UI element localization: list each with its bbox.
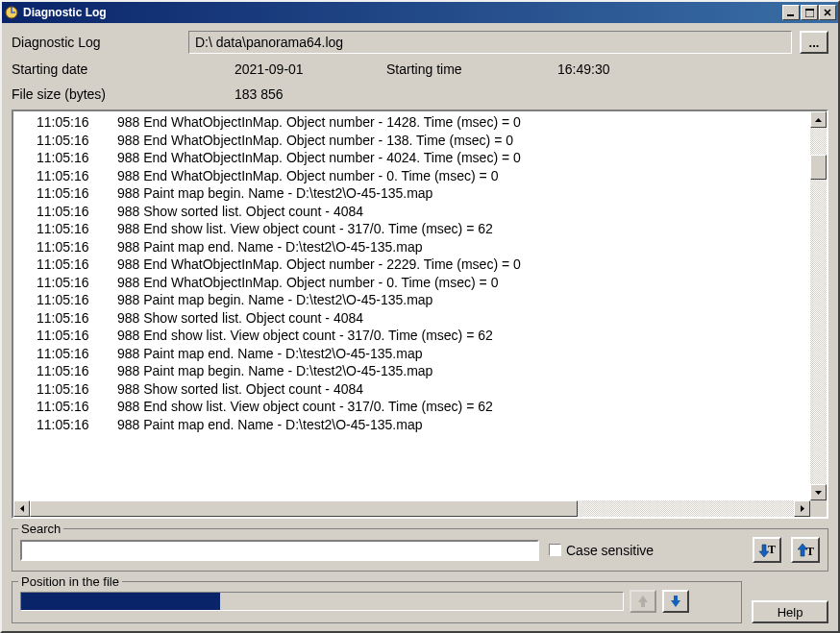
scroll-up-button[interactable] [810, 111, 827, 128]
log-message: 988 Paint map end. Name - D:\test2\O-45-… [117, 416, 423, 434]
log-time: 11:05:16 [37, 380, 117, 399]
close-button[interactable] [819, 5, 836, 20]
page-up-button[interactable] [630, 590, 656, 613]
hscroll-thumb[interactable] [30, 500, 578, 517]
log-time: 11:05:16 [37, 327, 117, 345]
log-time: 11:05:16 [37, 132, 117, 150]
diagnostic-log-label: Diagnostic Log [12, 35, 181, 50]
page-down-button[interactable] [662, 590, 689, 613]
log-line[interactable]: 11:05:16988 Paint map end. Name - D:\tes… [37, 345, 810, 363]
log-time: 11:05:16 [37, 291, 117, 309]
log-time: 11:05:16 [37, 256, 117, 274]
log-time: 11:05:16 [37, 184, 117, 203]
starting-date-label: Starting date [12, 61, 235, 77]
log-line[interactable]: 11:05:16988 End WhatObjectInMap. Object … [37, 256, 810, 274]
window-title: Diagnostic Log [23, 6, 782, 19]
svg-rect-1 [787, 14, 794, 16]
position-bar[interactable] [20, 592, 624, 611]
scroll-left-button[interactable] [13, 500, 30, 517]
vertical-scrollbar[interactable] [810, 111, 827, 500]
case-sensitive-label: Case sensitive [566, 543, 654, 558]
scroll-right-button[interactable] [794, 500, 810, 517]
horizontal-scrollbar[interactable] [13, 500, 827, 517]
log-message: 988 Show sorted list. Object count - 408… [117, 203, 363, 221]
log-time: 11:05:16 [37, 309, 117, 328]
log-message: 988 End show list. View object count - 3… [117, 327, 493, 345]
maximize-button[interactable] [801, 5, 818, 20]
log-message: 988 End WhatObjectInMap. Object number -… [117, 132, 513, 150]
log-line[interactable]: 11:05:16988 End show list. View object c… [37, 398, 810, 416]
log-message: 988 Paint map end. Name - D:\test2\O-45-… [117, 345, 423, 363]
log-content[interactable]: 11:05:16988 End WhatObjectInMap. Object … [13, 111, 810, 500]
position-group: Position in the file [12, 581, 742, 623]
starting-time-label: Starting time [386, 61, 557, 77]
help-button[interactable]: Help [752, 600, 828, 623]
log-message: 988 Paint map begin. Name - D:\test2\O-4… [117, 362, 432, 380]
log-message: 988 Paint map end. Name - D:\test2\O-45-… [117, 238, 423, 256]
log-message: 988 End WhatObjectInMap. Object number -… [117, 274, 498, 292]
log-path-input[interactable]: D:\ data\panorama64.log [188, 31, 792, 54]
log-line[interactable]: 11:05:16988 Paint map begin. Name - D:\t… [37, 184, 810, 203]
vscroll-track[interactable] [810, 128, 827, 484]
scroll-corner [810, 500, 827, 517]
file-size-label: File size (bytes) [12, 86, 235, 102]
log-time: 11:05:16 [37, 203, 117, 221]
log-line[interactable]: 11:05:16988 Show sorted list. Object cou… [37, 203, 810, 221]
log-line[interactable]: 11:05:16988 Paint map end. Name - D:\tes… [37, 416, 810, 434]
log-message: 988 End WhatObjectInMap. Object number -… [117, 167, 498, 185]
titlebar[interactable]: Diagnostic Log [2, 2, 838, 23]
log-message: 988 Paint map begin. Name - D:\test2\O-4… [117, 184, 432, 203]
log-time: 11:05:16 [37, 362, 117, 380]
log-viewer[interactable]: 11:05:16988 End WhatObjectInMap. Object … [12, 110, 828, 519]
search-legend: Search [18, 522, 63, 536]
log-time: 11:05:16 [37, 345, 117, 363]
log-line[interactable]: 11:05:16988 End WhatObjectInMap. Object … [37, 167, 810, 185]
svg-rect-3 [805, 9, 814, 11]
scroll-down-button[interactable] [810, 484, 827, 500]
log-line[interactable]: 11:05:16988 End WhatObjectInMap. Object … [37, 113, 810, 132]
log-time: 11:05:16 [37, 220, 117, 238]
log-line[interactable]: 11:05:16988 End show list. View object c… [37, 220, 810, 238]
starting-time-value: 16:49:30 [557, 61, 610, 77]
position-fill [21, 593, 220, 610]
log-line[interactable]: 11:05:16988 End show list. View object c… [37, 327, 810, 345]
log-time: 11:05:16 [37, 238, 117, 256]
log-line[interactable]: 11:05:16988 Show sorted list. Object cou… [37, 309, 810, 328]
search-down-button[interactable]: T [753, 537, 781, 563]
log-message: 988 End WhatObjectInMap. Object number -… [117, 149, 521, 167]
log-message: 988 End WhatObjectInMap. Object number -… [117, 113, 521, 132]
file-size-value: 183 856 [235, 86, 284, 102]
log-message: 988 End WhatObjectInMap. Object number -… [117, 256, 521, 274]
log-time: 11:05:16 [37, 149, 117, 167]
search-input[interactable] [20, 540, 539, 561]
svg-text:T: T [806, 545, 814, 558]
log-message: 988 Paint map begin. Name - D:\test2\O-4… [117, 291, 432, 309]
app-icon [4, 5, 19, 20]
svg-text:T: T [768, 543, 776, 556]
log-line[interactable]: 11:05:16988 Paint map begin. Name - D:\t… [37, 362, 810, 380]
search-up-button[interactable]: T [791, 537, 820, 563]
minimize-button[interactable] [782, 5, 800, 20]
log-time: 11:05:16 [37, 398, 117, 416]
starting-date-value: 2021-09-01 [235, 61, 386, 77]
log-time: 11:05:16 [37, 274, 117, 292]
log-message: 988 End show list. View object count - 3… [117, 220, 493, 238]
log-line[interactable]: 11:05:16988 End WhatObjectInMap. Object … [37, 132, 810, 150]
log-message: 988 Show sorted list. Object count - 408… [117, 380, 363, 399]
log-message: 988 Show sorted list. Object count - 408… [117, 309, 363, 328]
search-group: Search Case sensitive T T [12, 528, 828, 572]
log-line[interactable]: 11:05:16988 End WhatObjectInMap. Object … [37, 149, 810, 167]
log-line[interactable]: 11:05:16988 Paint map begin. Name - D:\t… [37, 291, 810, 309]
log-line[interactable]: 11:05:16988 Paint map end. Name - D:\tes… [37, 238, 810, 256]
case-sensitive-checkbox[interactable] [549, 544, 561, 556]
position-legend: Position in the file [18, 574, 122, 589]
hscroll-track[interactable] [30, 500, 794, 517]
vscroll-thumb[interactable] [810, 155, 827, 180]
browse-button[interactable]: ... [800, 31, 828, 54]
log-line[interactable]: 11:05:16988 End WhatObjectInMap. Object … [37, 274, 810, 292]
log-time: 11:05:16 [37, 416, 117, 434]
diagnostic-log-window: Diagnostic Log Diagnostic Log D:\ data\p… [0, 0, 840, 633]
log-line[interactable]: 11:05:16988 Show sorted list. Object cou… [37, 380, 810, 399]
log-message: 988 End show list. View object count - 3… [117, 398, 493, 416]
log-time: 11:05:16 [37, 167, 117, 185]
